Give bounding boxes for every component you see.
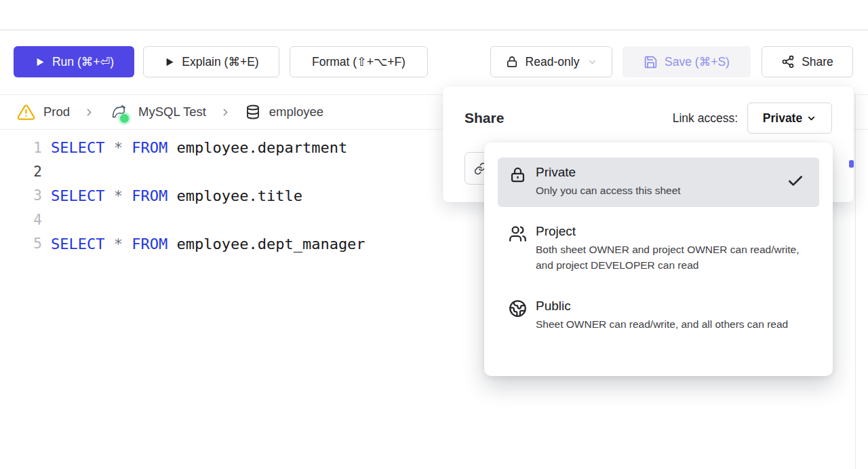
play-icon [163, 56, 175, 68]
share-button[interactable]: Share [762, 46, 853, 77]
link-access-menu: PrivateOnly you can access this sheetPro… [484, 143, 833, 376]
access-option-description: Both sheet OWNER and project OWNER can r… [536, 242, 808, 273]
globe-icon [509, 299, 527, 318]
save-button-label: Save (⌘+S) [665, 55, 730, 69]
breadcrumb-environment[interactable]: Prod [17, 103, 70, 121]
copy-button-edge[interactable] [849, 160, 854, 168]
line-number: 5 [0, 236, 42, 252]
breadcrumb-instance[interactable]: MySQL Test [108, 102, 206, 122]
access-options: PrivateOnly you can access this sheetPro… [498, 157, 819, 341]
chevron-right-icon [83, 107, 95, 118]
mysql-icon [108, 102, 130, 122]
share-icon [781, 55, 795, 69]
instance-status-dot [120, 114, 129, 123]
warning-icon [17, 103, 35, 121]
line-number: 1 [0, 140, 42, 156]
access-option-title: Public [536, 299, 788, 314]
users-icon [509, 225, 527, 243]
line-number: 2 [0, 164, 42, 180]
database-icon [245, 104, 261, 120]
play-icon [34, 56, 45, 68]
lock-icon [509, 166, 527, 184]
code-text: SELECT * FROM employee.dept_manager [51, 236, 366, 252]
line-number: 3 [0, 187, 42, 204]
lock-icon [505, 55, 519, 69]
access-option-private[interactable]: PrivateOnly you can access this sheet [498, 157, 819, 207]
link-access-value: Private [763, 111, 802, 126]
format-button[interactable]: Format (⇧+⌥+F) [290, 46, 428, 77]
top-divider [0, 29, 868, 31]
pane-divider [855, 94, 856, 469]
run-button-label: Run (⌘+⏎) [52, 55, 114, 69]
database-label: employee [269, 105, 323, 119]
chevron-right-icon [220, 107, 231, 118]
save-button[interactable]: Save (⌘+S) [623, 46, 751, 77]
code-text: SELECT * FROM employee.department [51, 139, 347, 156]
access-option-public[interactable]: PublicSheet OWNER can read/write, and al… [498, 291, 819, 341]
access-option-description: Sheet OWNER can read/write, and all othe… [536, 316, 788, 332]
access-option-title: Project [536, 224, 808, 239]
readonly-label: Read-only [526, 55, 580, 69]
access-option-description: Only you can access this sheet [536, 183, 681, 198]
share-popover-title: Share [465, 110, 504, 126]
link-access-label: Link access: [673, 111, 738, 126]
access-option-title: Private [536, 165, 681, 180]
breadcrumb-database[interactable]: employee [245, 104, 323, 120]
chevron-down-icon [806, 113, 816, 124]
readonly-mode-dropdown[interactable]: Read-only [490, 46, 612, 77]
save-icon [644, 55, 658, 69]
share-button-label: Share [802, 55, 833, 69]
check-icon [787, 172, 804, 193]
explain-button-label: Explain (⌘+E) [182, 55, 258, 69]
access-option-project[interactable]: ProjectBoth sheet OWNER and project OWNE… [498, 217, 819, 282]
format-button-label: Format (⇧+⌥+F) [312, 55, 406, 69]
instance-label: MySQL Test [138, 105, 206, 119]
run-button[interactable]: Run (⌘+⏎) [14, 46, 134, 77]
explain-button[interactable]: Explain (⌘+E) [143, 46, 279, 77]
sql-editor-screen: Run (⌘+⏎) Explain (⌘+E) Format (⇧+⌥+F) R… [0, 0, 868, 469]
link-access-dropdown[interactable]: Private [747, 102, 832, 134]
line-number: 4 [0, 212, 42, 228]
environment-label: Prod [43, 105, 70, 119]
code-text: SELECT * FROM employee.title [51, 187, 302, 204]
chevron-down-icon [587, 57, 597, 67]
